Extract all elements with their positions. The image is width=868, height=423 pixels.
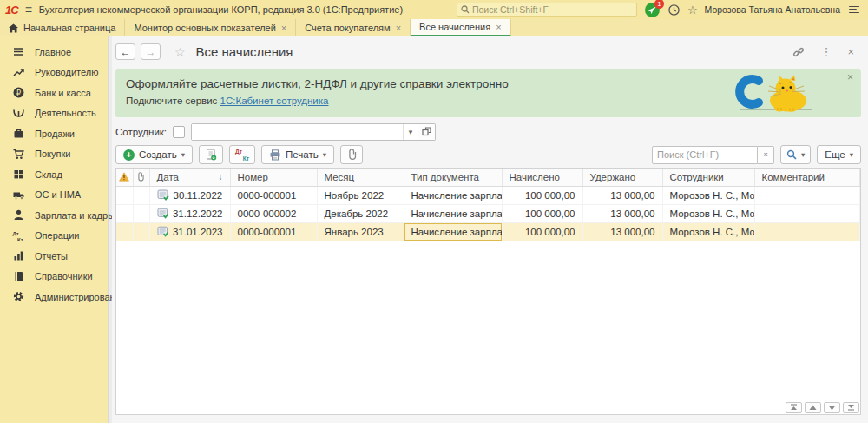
doctype-cell[interactable]: Начисление зарплаты bbox=[404, 186, 502, 204]
date-cell[interactable]: 30.11.2022 bbox=[149, 186, 230, 204]
column-header-employees[interactable]: Сотрудники bbox=[662, 169, 754, 186]
favorite-star-icon[interactable]: ☆ bbox=[174, 45, 186, 59]
sidebar-item-directories[interactable]: Справочники bbox=[0, 267, 108, 288]
comment-cell[interactable] bbox=[754, 186, 860, 204]
month-cell[interactable]: Ноябрь 2022 bbox=[317, 186, 404, 204]
sidebar-item-operations[interactable]: ДтКт Операции bbox=[0, 226, 108, 247]
close-form-icon[interactable]: × bbox=[842, 45, 859, 58]
table-row[interactable]: 31.12.2022 0000-000002 Декабрь 2022 Начи… bbox=[116, 204, 860, 222]
search-clear-icon[interactable]: × bbox=[758, 146, 774, 164]
sidebar-item-activity[interactable]: Деятельность bbox=[0, 103, 108, 124]
favorites-star-icon[interactable]: ☆ bbox=[687, 4, 698, 16]
employees-cell[interactable]: Морозов Н. С., Мороз… bbox=[662, 222, 754, 241]
tab-close-icon[interactable]: × bbox=[496, 22, 501, 32]
more-button[interactable]: Еще ▾ bbox=[817, 145, 861, 164]
column-header-accrued[interactable]: Начислено bbox=[502, 169, 582, 186]
main-menu-icon[interactable]: ≡ bbox=[25, 3, 32, 16]
current-user[interactable]: Морозова Татьяна Анатольевна bbox=[705, 4, 840, 15]
get-link-icon[interactable] bbox=[787, 46, 810, 58]
combobox-open-icon[interactable] bbox=[418, 123, 436, 141]
global-search-input[interactable] bbox=[472, 4, 633, 15]
employees-cell[interactable]: Морозов Н. С., Мороз… bbox=[662, 186, 754, 204]
withheld-cell[interactable]: 13 000,00 bbox=[582, 204, 662, 222]
show-postings-button[interactable]: ДтКт bbox=[229, 145, 255, 164]
employee-input[interactable] bbox=[192, 124, 403, 140]
date-cell[interactable]: 31.12.2022 bbox=[149, 204, 230, 222]
posted-document-icon bbox=[157, 208, 168, 219]
create-button[interactable]: + Создать ▾ bbox=[115, 145, 193, 164]
comment-cell[interactable] bbox=[754, 204, 860, 222]
sidebar-item-reports[interactable]: Отчеты bbox=[0, 246, 108, 267]
column-header-withheld[interactable]: Удержано bbox=[582, 169, 662, 186]
tab-monitor[interactable]: Монитор основных показателей × bbox=[125, 19, 296, 36]
column-header-comment[interactable]: Комментарий bbox=[754, 169, 860, 186]
more-actions-icon[interactable]: ⋮ bbox=[815, 45, 837, 58]
sidebar-item-manager[interactable]: Руководителю bbox=[0, 63, 108, 83]
tab-all-accruals[interactable]: Все начисления × bbox=[411, 19, 511, 36]
column-header-month[interactable]: Месяц bbox=[317, 169, 404, 186]
number-cell[interactable]: 0000-000002 bbox=[230, 204, 317, 222]
banner-service-link[interactable]: 1С:Кабинет сотрудника bbox=[220, 96, 329, 106]
accrued-cell[interactable]: 100 000,00 bbox=[502, 186, 582, 204]
sidebar-item-administration[interactable]: Администрирование bbox=[0, 287, 108, 307]
accrued-cell[interactable]: 100 000,00 bbox=[502, 204, 582, 222]
history-icon[interactable] bbox=[667, 3, 681, 17]
sidebar-item-salary-hr[interactable]: Зарплата и кадры bbox=[0, 205, 108, 226]
tab-close-icon[interactable]: × bbox=[396, 23, 401, 33]
warning-cell[interactable] bbox=[116, 204, 133, 222]
forward-button[interactable]: → bbox=[141, 43, 161, 60]
copy-document-button[interactable] bbox=[199, 145, 223, 164]
back-button[interactable]: ← bbox=[115, 43, 135, 60]
sidebar-item-fixed-assets[interactable]: ОС и НМА bbox=[0, 185, 108, 206]
employee-filter-checkbox[interactable] bbox=[173, 126, 185, 138]
employees-cell[interactable]: Морозов Н. С., Мороз… bbox=[662, 204, 754, 222]
column-header-number[interactable]: Номер bbox=[230, 169, 317, 186]
advanced-search-button[interactable]: ▾ bbox=[780, 145, 811, 164]
sidebar-item-label: Главное bbox=[35, 47, 71, 57]
attachment-cell[interactable] bbox=[133, 186, 149, 204]
sidebar-item-purchases[interactable]: Покупки bbox=[0, 144, 108, 165]
withheld-cell[interactable]: 13 000,00 bbox=[582, 222, 662, 241]
go-last-button[interactable] bbox=[843, 402, 859, 413]
employee-combobox-field[interactable]: ▾ bbox=[191, 123, 418, 141]
list-search-input[interactable] bbox=[652, 146, 758, 164]
month-cell[interactable]: Декабрь 2022 bbox=[317, 204, 404, 222]
warning-column-header[interactable] bbox=[116, 169, 133, 186]
date-cell[interactable]: 31.01.2023 bbox=[149, 222, 230, 241]
comment-cell[interactable] bbox=[754, 222, 860, 241]
attachment-cell[interactable] bbox=[133, 222, 149, 241]
attachment-column-header[interactable] bbox=[133, 169, 149, 186]
sidebar-item-main[interactable]: Главное bbox=[0, 42, 108, 63]
print-button[interactable]: Печать ▾ bbox=[261, 145, 334, 164]
sidebar-item-warehouse[interactable]: Склад bbox=[0, 164, 108, 185]
service-menu-icon[interactable] bbox=[847, 4, 861, 16]
tab-home[interactable]: Начальная страница bbox=[0, 19, 125, 36]
chevron-down-icon: ▾ bbox=[181, 150, 185, 159]
tab-invoices[interactable]: Счета покупателям × bbox=[296, 19, 411, 36]
warning-cell[interactable] bbox=[116, 222, 133, 241]
combobox-dropdown-icon[interactable]: ▾ bbox=[403, 124, 418, 140]
sidebar-item-bank-cash[interactable]: ₽ Банк и касса bbox=[0, 83, 108, 103]
go-first-button[interactable] bbox=[786, 402, 802, 413]
go-up-button[interactable] bbox=[805, 402, 821, 413]
accrued-cell[interactable]: 100 000,00 bbox=[502, 222, 582, 241]
go-down-button[interactable] bbox=[824, 402, 840, 413]
attachments-button[interactable] bbox=[340, 145, 363, 164]
withheld-cell[interactable]: 13 000,00 bbox=[582, 186, 662, 204]
column-header-doctype[interactable]: Тип документа bbox=[404, 169, 502, 186]
tab-close-icon[interactable]: × bbox=[281, 23, 286, 33]
table-row-selected[interactable]: 31.01.2023 0000-000001 Январь 2023 Начис… bbox=[116, 222, 860, 241]
number-cell[interactable]: 0000-000001 bbox=[230, 186, 317, 204]
number-cell[interactable]: 0000-000001 bbox=[230, 222, 317, 241]
global-search[interactable] bbox=[457, 3, 637, 17]
warning-cell[interactable] bbox=[116, 186, 133, 204]
banner-close-icon[interactable]: × bbox=[847, 72, 853, 83]
column-header-date[interactable]: Дата↓ bbox=[149, 169, 230, 186]
attachment-cell[interactable] bbox=[133, 204, 149, 222]
discussions-icon[interactable]: 1 bbox=[644, 2, 661, 18]
sidebar-item-sales[interactable]: Продажи bbox=[0, 123, 108, 144]
doctype-cell-active[interactable]: Начисление зарплаты bbox=[404, 222, 502, 241]
month-cell[interactable]: Январь 2023 bbox=[317, 222, 404, 241]
table-row[interactable]: 30.11.2022 0000-000001 Ноябрь 2022 Начис… bbox=[116, 186, 860, 204]
doctype-cell[interactable]: Начисление зарплаты bbox=[404, 204, 502, 222]
